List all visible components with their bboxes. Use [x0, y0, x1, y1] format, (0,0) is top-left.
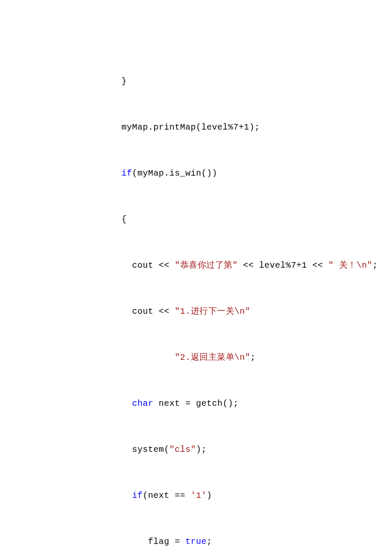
code-text: (next ==	[143, 491, 191, 500]
code-line: "2.返回主菜单\n";	[58, 346, 337, 369]
string-literal: "2.返回主菜单\n"	[58, 353, 251, 362]
code-text: next = getch();	[153, 399, 239, 408]
char-literal: '1'	[191, 491, 207, 500]
code-text	[58, 399, 132, 408]
keyword-char: char	[132, 399, 153, 408]
code-line: flag = true;	[58, 530, 337, 553]
code-text: );	[196, 445, 207, 454]
string-literal: "cls"	[170, 445, 196, 454]
code-block: } myMap.printMap(level%7+1); if(myMap.is…	[58, 47, 337, 555]
code-text: {	[58, 214, 127, 224]
code-text: cout <<	[58, 260, 175, 270]
code-line: char next = getch();	[58, 392, 337, 415]
code-line: system("cls");	[58, 438, 337, 461]
string-literal: "恭喜你过了第"	[175, 260, 238, 270]
code-text: << level%7+1 <<	[238, 260, 329, 270]
code-text: ;	[207, 537, 212, 546]
code-line: }	[58, 70, 337, 93]
code-text: cout <<	[58, 306, 175, 316]
code-text	[58, 491, 132, 500]
code-line: myMap.printMap(level%7+1);	[58, 116, 337, 139]
code-text: (myMap.is_win())	[132, 168, 217, 178]
code-line: cout << "恭喜你过了第" << level%7+1 << " 关！\n"…	[58, 254, 337, 277]
code-text: ;	[251, 353, 256, 362]
code-text: ;	[372, 260, 378, 270]
keyword-true: true	[185, 537, 207, 546]
keyword-if: if	[121, 168, 132, 178]
code-text: }	[58, 76, 127, 86]
code-line: {	[58, 208, 337, 231]
code-line: if(next == '1')	[58, 484, 337, 507]
string-literal: " 关！\n"	[329, 260, 373, 270]
keyword-if: if	[132, 491, 143, 500]
code-line: cout << "1.进行下一关\n"	[58, 300, 337, 323]
code-text: flag =	[58, 537, 185, 546]
code-line: if(myMap.is_win())	[58, 162, 337, 185]
code-text: system(	[58, 445, 170, 454]
code-text	[58, 168, 121, 178]
code-text: myMap.printMap(level%7+1);	[58, 122, 260, 132]
string-literal: "1.进行下一关\n"	[175, 306, 251, 316]
code-text: )	[207, 491, 212, 500]
